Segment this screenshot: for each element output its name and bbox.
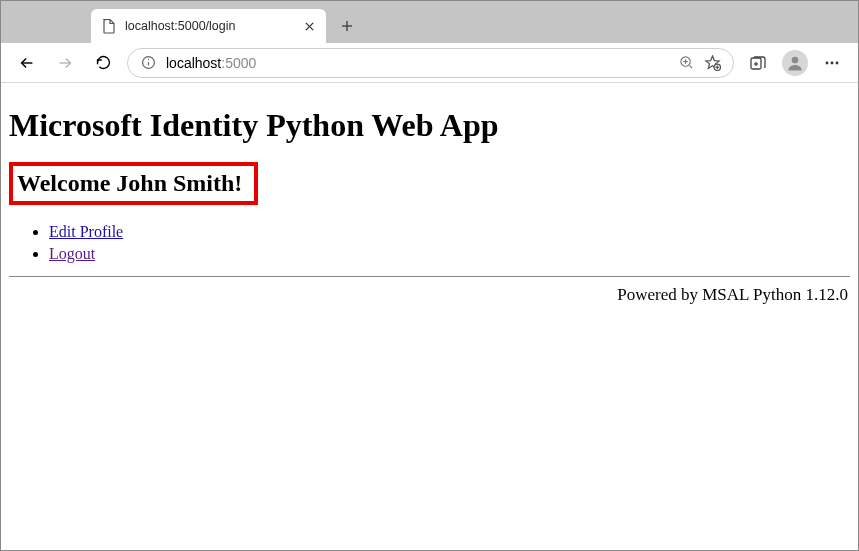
tab-title: localhost:5000/login: [125, 19, 294, 33]
browser-tab[interactable]: localhost:5000/login: [91, 9, 326, 43]
list-item: Logout: [49, 243, 850, 265]
back-button[interactable]: [13, 49, 41, 77]
new-tab-button[interactable]: [332, 11, 362, 41]
list-item: Edit Profile: [49, 221, 850, 243]
browser-toolbar: localhost:5000: [1, 43, 858, 83]
edit-profile-link[interactable]: Edit Profile: [49, 223, 123, 240]
url-host: localhost: [166, 55, 221, 71]
svg-point-20: [792, 56, 799, 63]
logout-link[interactable]: Logout: [49, 245, 95, 262]
page-content: Microsoft Identity Python Web App Welcom…: [1, 83, 858, 315]
favorites-icon[interactable]: [704, 54, 721, 71]
divider: [9, 276, 850, 277]
collections-icon[interactable]: [744, 49, 772, 77]
forward-button[interactable]: [51, 49, 79, 77]
svg-line-10: [689, 65, 692, 68]
page-icon: [101, 18, 117, 34]
svg-point-23: [836, 61, 839, 64]
svg-point-21: [826, 61, 829, 64]
profile-avatar[interactable]: [782, 50, 808, 76]
url-rest: :5000: [221, 55, 256, 71]
link-list: Edit Profile Logout: [9, 221, 850, 266]
welcome-heading: Welcome John Smith!: [9, 162, 258, 205]
url-text: localhost:5000: [166, 55, 256, 71]
tab-strip: localhost:5000/login: [1, 1, 858, 43]
svg-point-8: [147, 59, 148, 60]
footer-text: Powered by MSAL Python 1.12.0: [9, 285, 850, 305]
more-menu-button[interactable]: [818, 49, 846, 77]
refresh-button[interactable]: [89, 49, 117, 77]
page-heading: Microsoft Identity Python Web App: [9, 107, 850, 144]
svg-point-22: [831, 61, 834, 64]
zoom-icon[interactable]: [679, 55, 694, 70]
address-bar[interactable]: localhost:5000: [127, 48, 734, 78]
tab-close-button[interactable]: [302, 19, 316, 33]
site-info-icon[interactable]: [140, 55, 156, 71]
